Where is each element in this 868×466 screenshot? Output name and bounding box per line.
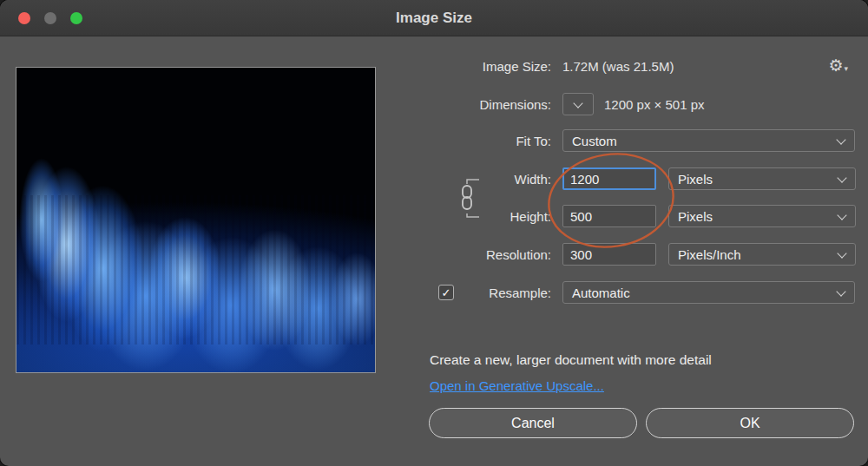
height-unit-value: Pixels bbox=[678, 209, 713, 224]
titlebar: Image Size bbox=[0, 0, 868, 36]
fit-to-label: Fit To: bbox=[430, 134, 551, 148]
chevron-down-icon bbox=[573, 98, 582, 108]
ice-castle-image bbox=[16, 68, 375, 372]
dimensions-label: Dimensions: bbox=[430, 97, 551, 112]
resolution-input[interactable] bbox=[562, 243, 656, 266]
cancel-button[interactable]: Cancel bbox=[429, 408, 637, 438]
resolution-unit-value: Pixels/Inch bbox=[678, 247, 741, 262]
resolution-unit-select[interactable]: Pixels/Inch bbox=[668, 243, 856, 266]
chevron-down-icon bbox=[836, 286, 845, 296]
chevron-down-icon bbox=[837, 248, 846, 258]
generative-upscale-link[interactable]: Open in Generative Upscale... bbox=[430, 378, 604, 393]
image-size-row: Image Size: 1.72M (was 21.5M) ⚙ ▾ bbox=[430, 55, 857, 77]
resolution-row: Resolution: Pixels/Inch bbox=[430, 243, 857, 266]
chevron-down-icon bbox=[836, 135, 845, 144]
height-row: Height: Pixels bbox=[430, 205, 857, 227]
image-size-dialog: Image Size Image Size: 1.72M (was 21.5M)… bbox=[0, 0, 868, 466]
image-size-label: Image Size: bbox=[430, 59, 551, 74]
fit-to-row: Fit To: Custom bbox=[430, 129, 857, 152]
width-unit-select[interactable]: Pixels bbox=[668, 167, 856, 190]
height-label: Height: bbox=[430, 209, 551, 224]
resample-select[interactable]: Automatic bbox=[562, 281, 855, 304]
checkmark-icon: ✓ bbox=[442, 286, 451, 299]
options-gear-button[interactable]: ⚙ ▾ bbox=[828, 56, 848, 75]
resample-value: Automatic bbox=[572, 286, 630, 300]
annotation-ellipse bbox=[536, 149, 689, 255]
width-label: Width: bbox=[430, 172, 551, 187]
gear-caret-icon: ▾ bbox=[844, 62, 848, 75]
window-title: Image Size bbox=[0, 0, 868, 36]
image-preview[interactable] bbox=[16, 67, 376, 373]
chevron-down-icon bbox=[837, 210, 846, 220]
height-input[interactable] bbox=[562, 205, 656, 227]
constrain-proportions-link-icon[interactable] bbox=[455, 170, 486, 227]
width-row: Width: Pixels bbox=[430, 167, 857, 190]
fit-to-value: Custom bbox=[572, 134, 617, 148]
height-unit-select[interactable]: Pixels bbox=[668, 205, 856, 227]
ok-button[interactable]: OK bbox=[646, 408, 854, 438]
resample-row: ✓ Resample: Automatic bbox=[430, 281, 857, 304]
chevron-down-icon bbox=[837, 173, 846, 182]
upscale-description: Create a new, larger document with more … bbox=[430, 352, 712, 368]
width-input[interactable] bbox=[562, 167, 656, 190]
dimensions-row: Dimensions: 1200 px × 501 px bbox=[430, 93, 857, 115]
dimensions-unit-dropdown[interactable] bbox=[562, 93, 594, 115]
resample-checkbox[interactable]: ✓ bbox=[438, 285, 454, 300]
dimensions-value: 1200 px × 501 px bbox=[604, 97, 705, 112]
width-unit-value: Pixels bbox=[678, 172, 713, 187]
gear-icon: ⚙ bbox=[828, 56, 843, 75]
image-size-value: 1.72M (was 21.5M) bbox=[562, 59, 674, 74]
resolution-label: Resolution: bbox=[430, 247, 551, 262]
fit-to-select[interactable]: Custom bbox=[562, 129, 855, 152]
